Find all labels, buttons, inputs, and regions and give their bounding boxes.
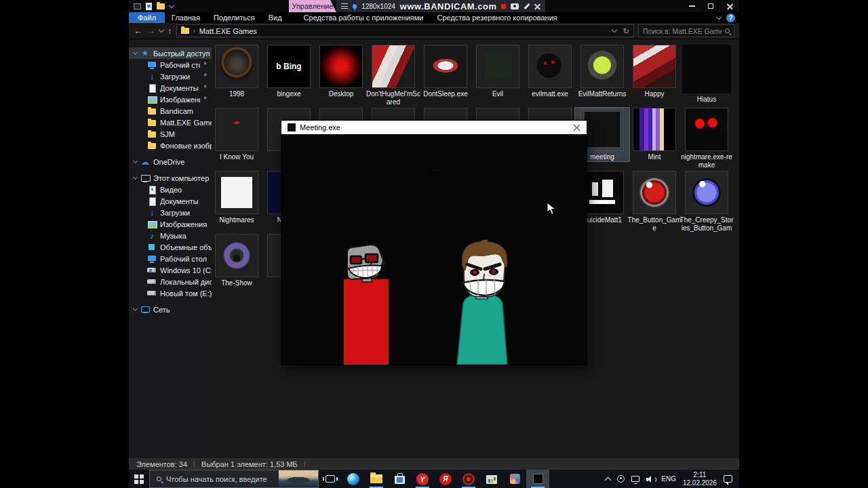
taskbar-app-store[interactable]: [388, 470, 411, 488]
file-tile-bingexe[interactable]: b Bing bingexe: [262, 45, 316, 98]
expand-chevron-icon[interactable]: [133, 175, 138, 180]
sidebar-item-bandicam[interactable]: Bandicam: [129, 105, 212, 117]
taskbar-app-bandicam[interactable]: [457, 470, 480, 488]
network-icon[interactable]: [631, 476, 639, 482]
taskbar-app-yandex-browser[interactable]: [411, 470, 434, 488]
sidebar-item-фоновые-изображ[interactable]: Фоновые изображ: [129, 140, 212, 151]
sidebar-item-сеть[interactable]: Сеть: [129, 304, 212, 315]
customize-toolbar-chevron-icon[interactable]: [169, 2, 174, 7]
file-tile-mint[interactable]: Mint: [627, 108, 682, 161]
sidebar-item-загрузки[interactable]: ↓ Загрузки: [129, 207, 212, 218]
file-tile-nightmare-exe-remake[interactable]: nightmare.exe-remake: [679, 108, 734, 169]
sidebar-item-изображения[interactable]: Изображения *: [129, 94, 212, 105]
breadcrumb[interactable]: Matt.EXE Games: [199, 27, 257, 35]
ribbon-tab-средства-резервного-копирования[interactable]: Средства резервного копирования: [430, 12, 564, 23]
back-button[interactable]: ←: [134, 26, 142, 35]
hidden-icons-chevron-icon[interactable]: [605, 476, 612, 483]
taskbar-app-chart-app[interactable]: [480, 470, 503, 488]
taskbar-app-task-view[interactable]: [319, 470, 342, 488]
bandicam-pin-icon[interactable]: [353, 4, 357, 9]
sidebar-item-sjm[interactable]: SJM: [129, 128, 212, 140]
search-icon[interactable]: [725, 28, 730, 33]
file-tile-the-show[interactable]: The-Show: [210, 234, 264, 287]
sidebar-item-загрузки[interactable]: ↓ Загрузки *: [129, 70, 212, 82]
sidebar-item-рабочий-стол[interactable]: Рабочий стол: [129, 253, 212, 264]
ribbon-tab-поделиться[interactable]: Поделиться: [207, 12, 262, 23]
file-tile-dontsleep-exe[interactable]: DontSleep.exe: [418, 45, 473, 98]
forward-button[interactable]: →: [146, 26, 155, 35]
language-indicator[interactable]: ENG: [661, 475, 676, 483]
file-tile-happy[interactable]: Happy: [627, 45, 682, 98]
expand-ribbon-chevron-icon[interactable]: [716, 14, 722, 20]
expand-chevron-icon[interactable]: [133, 50, 138, 55]
meeting-title-bar[interactable]: Meeting.exe: [281, 121, 587, 134]
sidebar-item-изображения[interactable]: Изображения: [129, 218, 212, 230]
file-tile-evilmatt-exe[interactable]: evilmatt.exe: [523, 45, 577, 98]
file-label: Don'tHugMeI'mScared: [366, 90, 420, 106]
file-tile-i-know-you[interactable]: I Know You: [210, 108, 264, 161]
sidebar-item-рабочий-стол[interactable]: Рабочий стол *: [129, 59, 212, 70]
people-icon[interactable]: [617, 475, 625, 483]
address-bar[interactable]: › Matt.EXE Games ↻: [176, 24, 635, 37]
music-icon: ♪: [147, 231, 157, 240]
clock[interactable]: 2:11 12.02.2026: [683, 471, 717, 487]
file-tile-the-creepy-stories-button-game[interactable]: The_Creepy_Stories_Button_Game: [679, 171, 734, 233]
meeting-close-icon[interactable]: [573, 124, 580, 131]
ribbon-tab-файл[interactable]: Файл: [129, 12, 165, 23]
taskbar-app-gamemaker[interactable]: [503, 470, 526, 488]
recent-locations-chevron-icon[interactable]: [159, 27, 164, 33]
start-button[interactable]: [129, 470, 149, 488]
title-bar: Управление 1280x1024 www.BANDICAM.com: [129, 0, 739, 12]
file-tile-evilmattreturns[interactable]: EvilMattReturns: [575, 45, 629, 98]
taskbar-app-yandex[interactable]: [434, 470, 457, 488]
sidebar-item-этот-компьютер[interactable]: Этот компьютер: [129, 172, 212, 184]
sidebar-item-объемные-объект[interactable]: Объемные объект: [129, 241, 212, 253]
help-icon[interactable]: ?: [726, 14, 735, 22]
draw-pencil-icon[interactable]: [524, 3, 530, 9]
ribbon-tab-средства-работы-с-приложениями[interactable]: Средства работы с приложениями: [297, 12, 431, 23]
sidebar-item-видео[interactable]: Видео: [129, 184, 212, 195]
file-tile-evil[interactable]: Evil: [471, 45, 525, 98]
address-dropdown-chevron-icon[interactable]: [612, 27, 617, 33]
volume-icon[interactable]: [646, 475, 654, 483]
sidebar-item-быстрый-доступ[interactable]: ★ Быстрый доступ: [129, 47, 212, 59]
minimize-button[interactable]: [682, 0, 701, 12]
bandicam-close-icon[interactable]: [534, 3, 540, 9]
file-tile-1998[interactable]: 1998: [210, 45, 264, 98]
file-tile-desktop[interactable]: Desktop: [314, 45, 368, 98]
sidebar-item-новый-том-e[interactable]: Новый том (E:): [129, 287, 212, 299]
sidebar-item-музыка[interactable]: ♪ Музыка: [129, 230, 212, 241]
taskbar-app-edge[interactable]: [342, 470, 365, 488]
file-tile-hiatus[interactable]: Hiatus: [679, 45, 734, 104]
file-tile-nightmares[interactable]: Nightmares: [210, 171, 264, 224]
ribbon-tab-главная[interactable]: Главная: [165, 12, 207, 23]
expand-chevron-icon[interactable]: [133, 159, 138, 163]
action-center-icon[interactable]: [724, 475, 732, 483]
window-controls: [682, 0, 739, 12]
ribbon-tab-вид[interactable]: Вид: [262, 12, 289, 23]
sidebar-item-windows-10-c[interactable]: Windows 10 (C:): [129, 264, 212, 276]
bandicam-menu-icon[interactable]: [341, 3, 348, 9]
expand-chevron-icon[interactable]: [133, 306, 138, 311]
close-button[interactable]: [720, 0, 739, 12]
search-box[interactable]: Поиск в: Matt.EXE Games: [638, 24, 734, 37]
search-highlight-image[interactable]: [279, 470, 318, 487]
up-button[interactable]: ↑: [167, 26, 172, 35]
new-folder-icon[interactable]: [157, 3, 165, 9]
dialogue-text: ...: [432, 165, 440, 172]
file-tile-the-button-game[interactable]: The_Button_Game: [627, 171, 682, 232]
file-tile-don-thugmei-mscared[interactable]: Don'tHugMeI'mScared: [366, 45, 420, 106]
sidebar-item-matt-exe-games[interactable]: Matt.EXE Games: [129, 117, 212, 128]
taskbar-app-file-explorer[interactable]: [365, 470, 388, 488]
sidebar-item-документы[interactable]: Документы *: [129, 82, 212, 94]
screenshot-icon[interactable]: [511, 3, 519, 9]
refresh-icon[interactable]: ↻: [623, 26, 629, 36]
sidebar-item-документы[interactable]: Документы: [129, 195, 212, 207]
taskbar-search[interactable]: Чтобы начать поиск, введите: [149, 470, 319, 488]
properties-icon[interactable]: [146, 3, 152, 10]
sidebar-item-локальный-диск-d[interactable]: Локальный диск (D: [129, 276, 212, 287]
maximize-button[interactable]: [701, 0, 720, 12]
taskbar-app-meeting[interactable]: [526, 470, 549, 488]
contextual-tab-manage[interactable]: Управление: [289, 0, 336, 12]
sidebar-item-onedrive[interactable]: ☁ OneDrive: [129, 156, 212, 167]
